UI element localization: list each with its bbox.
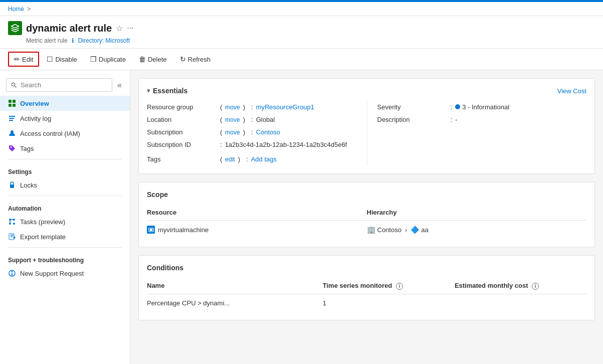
tasks-icon — [8, 218, 16, 226]
svg-rect-2 — [9, 104, 12, 107]
resource-name: myvirtualmachine — [158, 226, 209, 234]
tags-add-link[interactable]: Add tags — [251, 155, 277, 163]
sidebar-item-overview[interactable]: Overview — [0, 96, 130, 111]
essentials-header: ▾ Essentials View Cost — [147, 87, 586, 95]
sidebar-item-export-template[interactable]: Export template — [0, 229, 130, 244]
essentials-subscription-id-row: Subscription ID : 1a2b3c4d-1a2b-12ab-123… — [147, 138, 357, 151]
scope-card: Scope Resource Hierarchy — [138, 182, 595, 247]
support-icon — [8, 269, 16, 277]
disable-icon: ☐ — [47, 55, 53, 63]
svg-rect-1 — [13, 100, 16, 103]
search-input[interactable] — [6, 78, 112, 92]
conditions-cost-header: Estimated monthly cost i — [455, 278, 586, 294]
locks-icon — [8, 181, 16, 189]
refresh-icon: ↻ — [180, 55, 186, 63]
essentials-title-row: ▾ Essentials — [147, 87, 187, 95]
scope-title-row: Scope — [147, 191, 168, 199]
sidebar-item-activity-log[interactable]: Activity log — [0, 111, 130, 126]
vm-icon — [147, 226, 155, 234]
essentials-title: Essentials — [153, 87, 187, 95]
svg-point-17 — [12, 271, 13, 273]
severity-value: 3 - Informational — [462, 103, 509, 111]
hierarchy-org: Contoso — [377, 226, 401, 234]
edit-button[interactable]: ✏ Edit — [8, 52, 39, 67]
scope-resource-cell: myvirtualmachine — [147, 221, 367, 239]
info-icon: ℹ — [72, 37, 74, 44]
conditions-card: Conditions Name Time series monitored i — [138, 255, 595, 320]
subscription-value-link[interactable]: Contoso — [256, 128, 280, 136]
main-layout: « Overview Activity log — [0, 70, 603, 364]
sidebar-search-container: « — [0, 74, 130, 96]
conditions-name-header: Name — [147, 278, 323, 294]
time-series-info-icon[interactable]: i — [396, 283, 403, 290]
conditions-time-series-cell: 1 — [323, 294, 455, 312]
org-icon: 🏢 — [367, 226, 375, 234]
svg-rect-8 — [10, 185, 14, 188]
resource-group-move-link[interactable]: move — [225, 104, 240, 111]
scope-hierarchy-header: Hierarchy — [367, 205, 587, 221]
essentials-collapse-icon[interactable]: ▾ — [147, 87, 150, 94]
edit-icon: ✏ — [14, 55, 20, 63]
disable-button[interactable]: ☐ Disable — [41, 52, 82, 66]
more-options-icon[interactable]: ··· — [127, 24, 133, 33]
page-title: dynamic alert rule — [26, 23, 112, 34]
svg-rect-20 — [149, 229, 152, 231]
breadcrumb: Home > — [0, 2, 603, 16]
conditions-time-series-header: Time series monitored i — [323, 278, 455, 294]
duplicate-icon: ❒ — [90, 55, 97, 63]
svg-rect-0 — [9, 100, 12, 103]
sidebar-item-access-control[interactable]: Access control (IAM) — [0, 126, 130, 141]
subscription-id-value: 1a2b3c4d-1a2b-12ab-1234-1a2b3c4d5e6f — [225, 141, 347, 148]
sidebar-item-new-support[interactable]: New Support Request — [0, 266, 130, 281]
essentials-resource-group-row: Resource group (move) : myResourceGroup1 — [147, 101, 357, 113]
table-row: Percentage CPU > dynami... 1 — [147, 294, 586, 312]
toolbar: ✏ Edit ☐ Disable ❒ Duplicate 🗑 Delete ↻ … — [0, 49, 603, 70]
subscription-icon: 🔷 — [411, 226, 419, 234]
access-control-icon — [8, 129, 16, 137]
page-subtitle: Metric alert rule ℹ Directory: Microsoft — [8, 37, 595, 44]
conditions-header: Conditions — [147, 264, 586, 272]
svg-rect-3 — [13, 104, 16, 107]
subscription-move-link[interactable]: move — [225, 129, 240, 136]
delete-button[interactable]: 🗑 Delete — [133, 52, 172, 66]
sidebar-item-tags[interactable]: Tags — [0, 141, 130, 156]
view-cost-link[interactable]: View Cost — [557, 87, 586, 95]
support-section-label: Support + troubleshooting — [0, 251, 130, 266]
svg-rect-5 — [9, 118, 14, 119]
activity-log-icon — [8, 114, 16, 122]
resource-group-value-link[interactable]: myResourceGroup1 — [256, 103, 314, 111]
export-template-icon — [8, 233, 16, 241]
severity-dot — [455, 104, 460, 109]
location-move-link[interactable]: move — [225, 116, 240, 123]
svg-rect-18 — [12, 273, 13, 276]
duplicate-button[interactable]: ❒ Duplicate — [85, 52, 131, 66]
overview-icon — [8, 99, 16, 107]
essentials-subscription-row: Subscription (move) : Contoso — [147, 126, 357, 138]
tags-icon — [8, 144, 16, 152]
essentials-right-col: Severity : 3 - Informational Description… — [367, 101, 587, 165]
sidebar-item-locks[interactable]: Locks — [0, 177, 130, 193]
essentials-left-col: Resource group (move) : myResourceGroup1… — [147, 101, 367, 165]
scope-title: Scope — [147, 191, 168, 199]
breadcrumb-home[interactable]: Home — [8, 6, 24, 13]
svg-rect-6 — [9, 120, 13, 121]
scope-table: Resource Hierarchy — [147, 205, 586, 239]
location-value: Global — [256, 116, 275, 123]
hierarchy-item: 🏢 Contoso › 🔷 aa — [367, 226, 587, 234]
automation-section-label: Automation — [0, 199, 130, 214]
directory-label: Directory: Microsoft — [78, 37, 130, 44]
sidebar-item-tasks[interactable]: Tasks (preview) — [0, 214, 130, 229]
divider-settings — [8, 159, 122, 159]
svg-rect-4 — [9, 116, 15, 117]
essentials-tags-row: Tags (edit) : Add tags — [147, 153, 357, 165]
page-icon — [8, 21, 22, 35]
cost-info-icon[interactable]: i — [532, 283, 539, 290]
tags-edit-link[interactable]: edit — [225, 156, 235, 163]
refresh-button[interactable]: ↻ Refresh — [174, 52, 217, 66]
collapse-sidebar-button[interactable]: « — [115, 79, 124, 92]
favorite-icon[interactable]: ☆ — [116, 24, 123, 33]
conditions-cost-cell — [455, 294, 586, 312]
essentials-location-row: Location (move) : Global — [147, 113, 357, 126]
scope-header: Scope — [147, 191, 586, 199]
conditions-title: Conditions — [147, 264, 183, 272]
